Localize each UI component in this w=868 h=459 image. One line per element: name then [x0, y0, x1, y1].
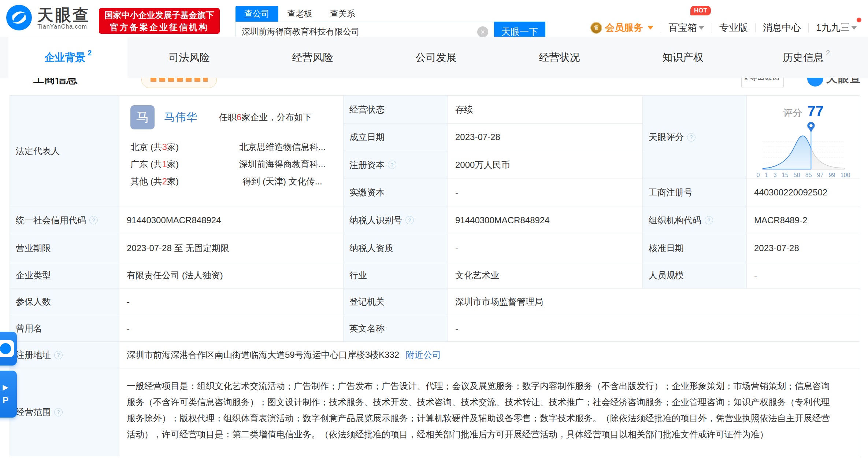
est-date-value-cell: 2023-07-28 [448, 124, 643, 151]
tenure-prefix: 任职 [219, 112, 237, 122]
tab-operating-status[interactable]: 经营状况 [498, 37, 621, 78]
staff-size-label-cell: 人员规模 [643, 262, 747, 289]
industry-label-cell: 行业 [344, 262, 448, 289]
badge-line2: 官方备案企业征信机构 [99, 21, 220, 33]
tenure-count: 6 [237, 112, 241, 122]
staff-size-value-cell: - [747, 262, 860, 289]
tenure-suffix: 家企业，分布如下 [241, 112, 312, 122]
status-value-cell: 存续 [448, 96, 643, 124]
legal-rep-name-link[interactable]: 马伟华 [164, 110, 197, 125]
tab-history-info[interactable]: 历史信息 2 [745, 37, 868, 78]
est-date-label-cell: 成立日期 [344, 124, 448, 151]
search-tab-relation[interactable]: 查关系 [321, 6, 364, 22]
tab-label: 知识产权 [663, 51, 704, 65]
taxpayer-id-value-cell: 91440300MACR848924 [448, 206, 643, 234]
toolbox-menu[interactable]: HOT 百宝箱 [668, 21, 704, 34]
help-icon[interactable]: ? [687, 133, 695, 142]
biz-term-label-cell: 营业期限 [10, 234, 119, 262]
tab-label: 公司发展 [416, 51, 457, 65]
avatar[interactable]: 马 [130, 105, 155, 129]
address-value-cell: 深圳市前海深港合作区南山街道临海大道59号海运中心口岸楼3楼K332 附近公司 [119, 342, 860, 368]
org-code-value-cell: MACR8489-2 [747, 206, 860, 234]
help-icon[interactable]: ? [54, 408, 63, 416]
brand-site: TianYanCha.com [37, 23, 90, 30]
clear-search-icon[interactable]: × [477, 26, 488, 37]
divider [661, 23, 661, 33]
app-letter: P [3, 395, 8, 405]
search-tab-boss[interactable]: 查老板 [278, 6, 321, 22]
divider [808, 23, 809, 33]
tyc-score-cell: 评分 77 [747, 96, 860, 179]
crown-icon: ♛ [590, 22, 602, 34]
credit-code-value-cell: 91440300MACR848924 [119, 206, 344, 234]
legal-rep-label-cell: 法定代表人 [10, 96, 119, 206]
export-label: 导出数据 [750, 78, 779, 82]
tab-company-development[interactable]: 公司发展 [374, 37, 498, 78]
badge-line1: 国家中小企业发展子基金旗下 [99, 9, 220, 21]
region-name: 广东 (共1家) [130, 158, 222, 170]
company-type-value-cell: 有限责任公司 (法人独资) [119, 262, 344, 289]
help-icon[interactable]: ? [54, 351, 63, 359]
region-row: 其他 (共2家) 得到 (天津) 文化传... 等 [130, 173, 343, 190]
play-icon: ▶ [3, 383, 8, 392]
former-name-value-cell: - [119, 315, 344, 342]
region-name: 其他 (共2家) [130, 176, 222, 187]
status-label-cell: 经营状态 [344, 96, 448, 124]
help-icon[interactable]: ? [89, 216, 98, 224]
approval-date-label-cell: 核准日期 [643, 234, 747, 262]
tianyancha-logo-icon [6, 4, 32, 32]
toolbox-label: 百宝箱 [668, 21, 697, 34]
message-center-link[interactable]: 消息中心 [763, 21, 801, 34]
paid-capital-label-cell: 实缴资本 [344, 179, 448, 206]
divider [712, 23, 712, 33]
english-name-label-cell: 英文名称 [344, 315, 448, 342]
help-icon[interactable]: ? [705, 216, 713, 224]
tianyancha-logo[interactable]: 天眼查 TianYanCha.com [6, 4, 90, 32]
company-type-label-cell: 企业类型 [10, 262, 119, 289]
region-company-link[interactable]: 得到 (天津) 文化传... [222, 176, 343, 187]
biz-term-value-cell: 2023-07-28 至 无固定期限 [119, 234, 344, 262]
hot-badge: HOT [690, 6, 711, 15]
export-data-button[interactable]: ⤓ 导出数据 [741, 78, 784, 88]
reg-number-label-cell: 工商注册号 [643, 179, 747, 206]
username-menu[interactable]: 1九九三 [816, 21, 857, 34]
promo-text-clipped [151, 78, 208, 82]
vip-service-menu[interactable]: ♛ 会员服务 [590, 21, 653, 34]
search-tab-company[interactable]: 查公司 [235, 6, 278, 22]
reg-number-value-cell: 440300220092502 [747, 179, 860, 206]
tab-judicial-risk[interactable]: 司法风险 [127, 37, 251, 78]
region-company-link[interactable]: 北京思维造物信息科... [222, 141, 343, 153]
pro-version-link[interactable]: 专业版 [719, 21, 748, 34]
tianyancha-mini-logo-icon [0, 340, 14, 357]
app-download-tile[interactable]: ▶ P [0, 371, 17, 418]
tab-intellectual-property[interactable]: 知识产权 [621, 37, 745, 78]
help-icon[interactable]: ? [405, 216, 414, 224]
region-name: 北京 (共3家) [130, 141, 222, 153]
help-icon[interactable]: ? [388, 161, 396, 169]
chevron-down-icon [851, 26, 857, 30]
chevron-down-icon [698, 26, 704, 30]
score-axis-ticks: 0131550859799100 [757, 172, 850, 179]
tab-operating-risk[interactable]: 经营风险 [251, 37, 374, 78]
app-promo-widget: ▶ P [0, 332, 17, 418]
registry-value-cell: 深圳市市场监督管理局 [448, 289, 860, 315]
tab-count: 2 [826, 49, 830, 57]
region-row: 北京 (共3家) 北京思维造物信息科... 等 [130, 138, 343, 155]
registry-label-cell: 登记机关 [344, 289, 448, 315]
scope-value-cell: 一般经营项目是：组织文化艺术交流活动；广告制作；广告发布；广告设计、代理；会议及… [119, 368, 860, 456]
app-promo-logo-tile[interactable] [0, 332, 17, 366]
tab-label: 企业背景 [44, 51, 85, 65]
nearby-companies-link[interactable]: 附近公司 [406, 349, 441, 361]
promo-badge-clipped[interactable] [141, 78, 217, 88]
address-text: 深圳市前海深港合作区南山街道临海大道59号海运中心口岸楼3楼K332 [127, 349, 399, 361]
tenure-text: 任职6家企业，分布如下 [219, 111, 312, 123]
vip-service-label: 会员服务 [605, 21, 643, 34]
industry-value-cell: 文化艺术业 [448, 262, 643, 289]
tab-company-background[interactable]: 企业背景 2 [8, 37, 127, 78]
tianyancha-company-page: 天眼查 TianYanCha.com 国家中小企业发展子基金旗下 官方备案企业征… [0, 0, 868, 459]
score-pin-icon [807, 122, 815, 132]
insured-label-cell: 参保人数 [10, 289, 119, 315]
scope-label-cell: 经营范围? [10, 368, 119, 456]
divider [755, 23, 756, 33]
region-company-link[interactable]: 深圳前海得商教育科... [222, 158, 343, 170]
